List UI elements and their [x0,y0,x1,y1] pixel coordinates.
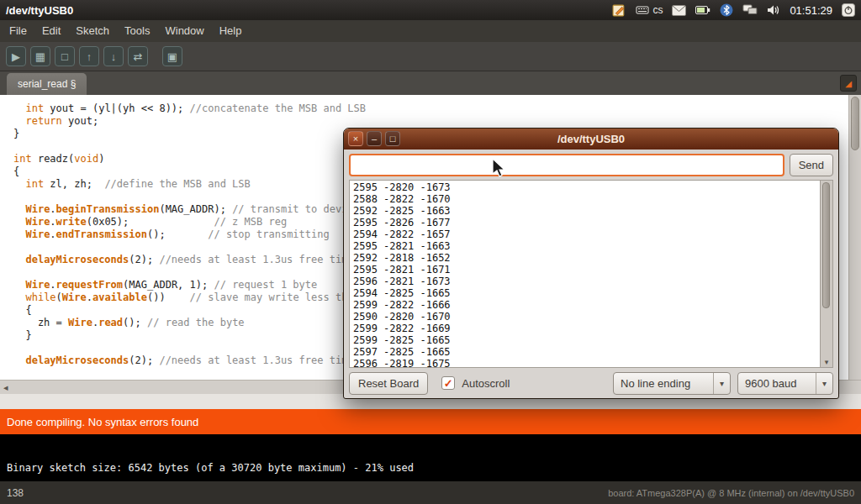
menu-item-window[interactable]: Window [157,20,211,42]
network-icon[interactable] [742,4,758,16]
serial-output-line: 2588 -2822 -1670 [353,193,829,205]
verify-button[interactable]: ▶ [6,46,26,66]
close-button[interactable]: × [348,131,363,146]
serial-output-line: 2594 -2822 -1657 [353,228,829,240]
chevron-down-icon[interactable]: ▾ [816,373,832,394]
keyboard-layout-indicator[interactable]: cs [652,4,663,16]
serial-output-line: 2595 -2826 -1677 [353,217,829,228]
serial-output-line: 2596 -2821 -1673 [353,276,829,287]
line-ending-select[interactable]: No line ending ▾ [613,372,731,395]
tab-menu-button[interactable]: ◢ [840,75,857,92]
serial-output-line: 2597 -2825 -1665 [353,346,829,358]
bluetooth-icon[interactable] [720,3,733,17]
serial-output-line: 2594 -2825 -1665 [353,287,829,299]
console-output: Binary sketch size: 6542 bytes (of a 307… [0,434,861,481]
autoscroll-label: Autoscroll [462,377,510,390]
scroll-left-icon[interactable]: ◂ [3,382,8,393]
window-buttons: × – □ [348,131,400,146]
footer-bar: 138 board: ATmega328P(A) @ 8 MHz (intern… [0,481,861,504]
serial-controls-row: Reset Board ✓ Autoscroll No line ending … [344,368,838,398]
serial-output-line: 2590 -2820 -1670 [353,311,829,323]
stop-button[interactable]: ▦ [30,46,50,66]
status-bar: Done compiling. No syntax errors found [0,409,861,434]
scrollbar-handle[interactable] [822,182,830,308]
serial-output-line: 2592 -2825 -1663 [353,205,829,217]
menu-item-sketch[interactable]: Sketch [68,20,117,42]
serial-monitor-title: /dev/ttyUSB0 [557,133,625,145]
system-tray: cs 01:51:29 [612,0,861,20]
scroll-down-icon[interactable]: ▾ [821,358,832,366]
status-message: Done compiling. No syntax errors found [7,416,198,428]
battery-icon[interactable] [695,5,710,15]
minimize-button[interactable]: – [367,131,382,146]
serial-input-row: Send [344,150,838,180]
console-text: Binary sketch size: 6542 bytes (of a 307… [7,462,414,474]
scrollbar-handle[interactable] [851,97,859,150]
serial-monitor-window: × – □ /dev/ttyUSB0 Send 2595 -2820 -1673… [343,128,839,399]
maximize-button[interactable]: □ [385,131,400,146]
editor-vertical-scrollbar[interactable] [848,95,861,380]
keyboard-layout-icon[interactable] [636,3,649,17]
code-line: return yout; [13,115,861,128]
mail-icon[interactable] [672,5,686,16]
note-pencil-icon[interactable] [612,3,626,18]
serial-output-line: 2599 -2822 -1669 [353,323,829,334]
serial-scrollbar[interactable]: ▾ [820,181,832,367]
line-ending-value: No line ending [614,377,713,390]
session-menu-icon[interactable] [842,3,855,17]
serial-output-line: 2595 -2821 -1671 [353,264,829,276]
menu-item-tools[interactable]: Tools [117,20,157,42]
chevron-down-icon[interactable]: ▾ [713,373,730,394]
serial-output-line: 2596 -2819 -1675 [353,358,829,368]
baud-rate-select[interactable]: 9600 baud ▾ [737,372,833,395]
baud-rate-value: 9600 baud [738,377,816,390]
board-info: board: ATmega328P(A) @ 8 MHz (internal) … [608,488,854,498]
new-sketch-button[interactable]: □ [55,46,75,66]
menu-item-edit[interactable]: Edit [34,20,68,42]
active-window-title: /dev/ttyUSB0 [0,4,73,17]
tab-menu-arrow-icon: ◢ [845,79,852,88]
reset-board-button[interactable]: Reset Board [349,372,428,395]
volume-icon[interactable] [767,4,780,16]
autoscroll-checkbox[interactable]: ✓ [441,376,455,390]
serial-input[interactable] [349,154,784,176]
save-sketch-button[interactable]: ↓ [103,46,124,66]
upload-button[interactable]: ⇄ [128,46,148,66]
serial-output-line: 2592 -2818 -1652 [353,252,829,264]
menu-bar: FileEditSketchToolsWindowHelp [0,20,861,42]
serial-monitor-button[interactable]: ▣ [162,46,182,66]
clock[interactable]: 01:51:29 [790,4,832,17]
open-sketch-button[interactable]: ↑ [79,46,99,66]
serial-output-line: 2595 -2820 -1673 [353,181,829,193]
serial-output-line: 2599 -2822 -1666 [353,299,829,311]
tab-bar: serial_read § ◢ [0,71,861,95]
code-line: int yout = (yl|(yh << 8)); //concatenate… [13,102,861,115]
menu-item-file[interactable]: File [2,20,34,42]
check-icon: ✓ [444,378,453,389]
serial-output[interactable]: 2595 -2820 -16732588 -2822 -16702592 -28… [349,180,833,368]
top-panel: /dev/ttyUSB0 cs 01:51:29 [0,0,861,20]
menu-item-help[interactable]: Help [212,20,250,42]
send-button[interactable]: Send [790,154,833,176]
toolbar: ▶▦□↑↓⇄▣ [0,42,861,71]
tab-serial-read[interactable]: serial_read § [7,73,87,95]
serial-monitor-titlebar[interactable]: × – □ /dev/ttyUSB0 [344,129,838,150]
serial-output-line: 2599 -2825 -1665 [353,334,829,346]
line-number: 138 [7,487,24,499]
serial-output-line: 2595 -2821 -1663 [353,240,829,252]
